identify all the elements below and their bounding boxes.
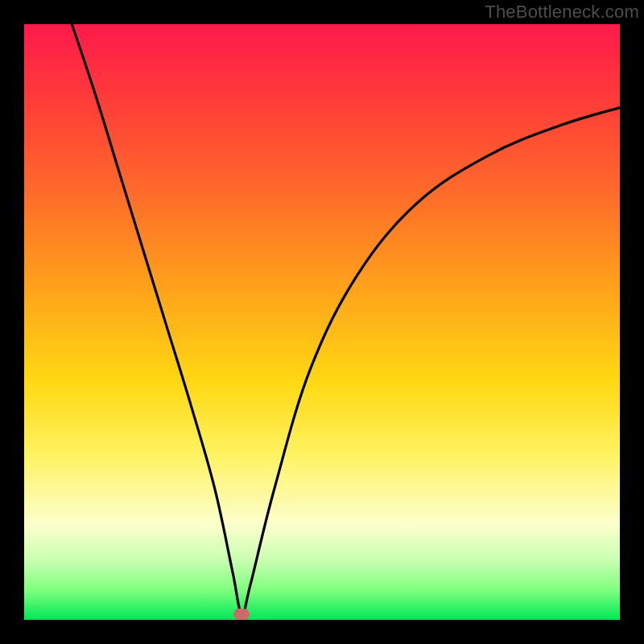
- chart-frame: TheBottleneck.com: [0, 0, 644, 644]
- watermark-text: TheBottleneck.com: [485, 2, 639, 23]
- bottleneck-curve: [24, 24, 620, 620]
- optimal-marker: [233, 609, 250, 620]
- plot-area: [24, 24, 620, 620]
